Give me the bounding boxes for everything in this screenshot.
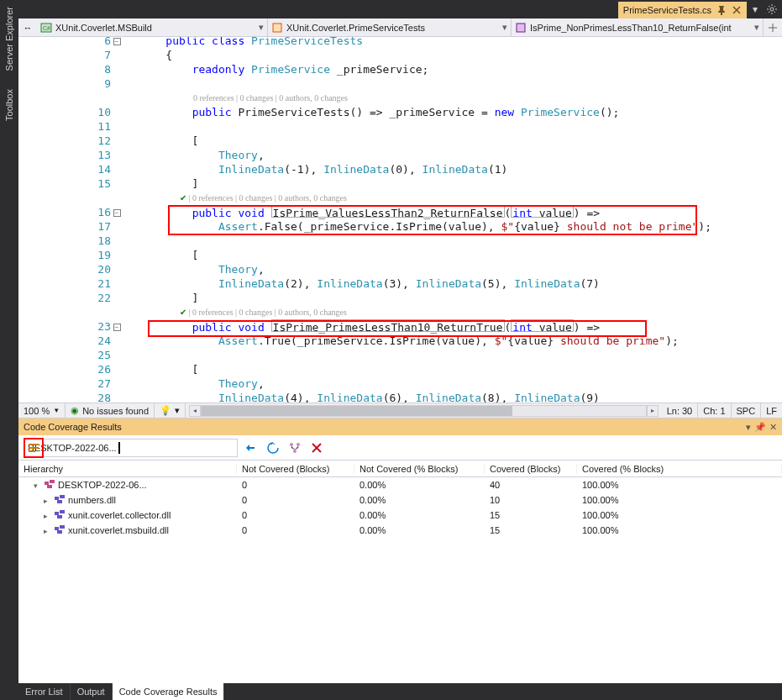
col-covered-percent[interactable]: Covered (% Blocks): [577, 464, 782, 474]
code-line: InlineData(4), InlineData(6), InlineData…: [139, 391, 782, 403]
file-tab-primeservicetests[interactable]: PrimeServiceTests.cs: [618, 2, 747, 18]
svg-rect-13: [47, 485, 52, 488]
expand-toggle[interactable]: ▸: [44, 512, 52, 520]
document-tab-bar: PrimeServiceTests.cs ▾: [18, 0, 782, 18]
nav-type-dropdown[interactable]: XUnit.Coverlet.PrimeServiceTests ▾: [268, 18, 512, 36]
test-pass-icon: ✔: [180, 193, 186, 203]
line-number: 15: [18, 176, 111, 191]
error-summary[interactable]: ◉No issues found: [66, 403, 155, 418]
svg-rect-21: [60, 525, 65, 529]
nav-project-label: XUnit.Coverlet.MSBuild: [55, 23, 152, 33]
csproj-icon: C#: [40, 22, 52, 34]
col-not-covered-percent[interactable]: Not Covered (% Blocks): [354, 464, 485, 474]
scroll-left-button[interactable]: ◂: [189, 405, 201, 417]
codelens[interactable]: ✔ | 0 references | 0 changes | 0 authors…: [139, 305, 782, 319]
fold-toggle[interactable]: −: [113, 324, 121, 331]
svg-rect-17: [55, 512, 59, 515]
code-line: Assert.True(_primeService.IsPrime(value)…: [139, 334, 782, 348]
col-covered-blocks[interactable]: Covered (Blocks): [485, 464, 577, 474]
codelens[interactable]: 0 references | 0 changes | 0 authors, 0 …: [139, 91, 782, 105]
code-coverage-panel: Code Coverage Results ▾ 📌 ✕ DESKTOP-2022…: [18, 418, 782, 683]
svg-point-5: [290, 443, 293, 446]
scroll-right-button[interactable]: ▸: [647, 405, 659, 417]
code-line: {: [139, 48, 782, 62]
close-icon[interactable]: [732, 5, 742, 15]
tab-code-coverage[interactable]: Code Coverage Results: [113, 683, 225, 700]
code-line: [139, 76, 782, 91]
assembly-icon: [55, 495, 65, 503]
export-results-button[interactable]: [265, 439, 281, 456]
close-icon[interactable]: ✕: [769, 422, 777, 433]
code-line: public PrimeServiceTests() => _primeServ…: [139, 105, 782, 119]
window-position-icon[interactable]: ▾: [746, 422, 751, 433]
nav-split-button[interactable]: [764, 18, 782, 36]
svg-rect-4: [517, 24, 525, 32]
test-pass-icon: ✔: [180, 308, 186, 317]
server-explorer-tab[interactable]: Server Explorer: [4, 3, 14, 74]
toolbox-tab[interactable]: Toolbox: [4, 86, 14, 124]
coverage-results-dropdown[interactable]: DESKTOP-2022-06...: [24, 439, 238, 457]
code-line: readonly PrimeService _primeService;: [139, 62, 782, 76]
fold-toggle[interactable]: −: [113, 38, 121, 45]
caret-col: Ch: 1: [698, 403, 731, 418]
expand-toggle[interactable]: ▸: [44, 497, 52, 505]
line-number: 10: [18, 105, 111, 119]
active-files-dropdown[interactable]: ▾: [747, 0, 764, 18]
code-editor[interactable]: 6− public class PrimeServiceTests 7 { 8 …: [18, 37, 782, 403]
light-bulb-icon[interactable]: 💡▾: [155, 403, 186, 418]
line-number: 16: [18, 205, 111, 219]
merge-results-button[interactable]: [286, 439, 303, 456]
remove-button[interactable]: [308, 439, 325, 456]
coverage-row[interactable]: ▸ xunit.coverlet.msbuild.dll00.00%15100.…: [18, 523, 782, 538]
panel-title: Code Coverage Results: [24, 422, 122, 432]
line-number: 14: [18, 162, 111, 176]
nav-project-dropdown[interactable]: C# XUnit.Coverlet.MSBuild ▾: [37, 18, 268, 36]
fold-toggle[interactable]: −: [113, 209, 121, 217]
assembly-icon: [55, 510, 65, 518]
line-number: 23: [18, 319, 111, 334]
svg-rect-11: [45, 482, 49, 485]
line-number: 26: [18, 362, 111, 376]
nav-member-label: IsPrime_NonPrimesLessThan10_ReturnFalse(…: [530, 23, 732, 33]
gear-icon[interactable]: [764, 0, 780, 18]
coverage-row[interactable]: ▸ xunit.coverlet.collector.dll00.00%1510…: [18, 508, 782, 523]
nav-left-arrow[interactable]: ↔: [18, 18, 37, 36]
pin-icon[interactable]: 📌: [754, 422, 766, 433]
code-line: Assert.False(_primeService.IsPrime(value…: [139, 219, 782, 234]
horizontal-scrollbar[interactable]: ◂ ▸: [189, 405, 659, 417]
class-icon: [271, 22, 283, 34]
left-tool-strip: Server Explorer Toolbox: [0, 0, 18, 700]
svg-point-7: [293, 450, 297, 453]
line-number: 27: [18, 376, 111, 391]
line-number: 18: [18, 234, 111, 248]
import-results-button[interactable]: [243, 439, 260, 456]
expand-toggle[interactable]: ▾: [34, 482, 42, 490]
code-line: public class PrimeServiceTests: [139, 37, 782, 48]
line-ending[interactable]: LF: [761, 403, 782, 418]
expand-toggle[interactable]: ▸: [44, 527, 52, 535]
coverage-toolbar: DESKTOP-2022-06...: [18, 435, 782, 461]
line-number: 28: [18, 391, 111, 403]
col-not-covered-blocks[interactable]: Not Covered (Blocks): [237, 464, 354, 474]
coverage-row[interactable]: ▾ DESKTOP-2022-06...00.00%40100.00%: [18, 477, 782, 492]
svg-rect-15: [60, 495, 65, 498]
line-number: 7: [18, 48, 111, 62]
line-number: 11: [18, 119, 111, 134]
pin-icon[interactable]: [716, 5, 727, 15]
tab-error-list[interactable]: Error List: [18, 683, 71, 700]
editor-status-bar: 100 % ▼ ◉No issues found 💡▾ ◂ ▸ Ln: 30 C…: [18, 403, 782, 418]
chevron-down-icon: ▾: [259, 22, 264, 33]
method-icon: [515, 22, 527, 34]
zoom-dropdown[interactable]: 100 % ▼: [18, 403, 66, 418]
panel-header[interactable]: Code Coverage Results ▾ 📌 ✕: [18, 418, 782, 435]
assembly-icon: [55, 525, 65, 534]
nav-member-dropdown[interactable]: IsPrime_NonPrimesLessThan10_ReturnFalse(…: [512, 18, 764, 36]
coverage-row[interactable]: ▸ numbers.dll00.00%10100.00%: [18, 492, 782, 508]
chevron-down-icon: ▾: [754, 22, 759, 33]
svg-point-0: [770, 8, 774, 11]
indent-mode[interactable]: SPC: [732, 403, 762, 418]
tab-output[interactable]: Output: [71, 683, 113, 700]
codelens[interactable]: ✔ | 0 references | 0 changes | 0 authors…: [139, 191, 782, 205]
col-hierarchy[interactable]: Hierarchy: [18, 464, 237, 474]
code-line: ]: [139, 291, 782, 305]
